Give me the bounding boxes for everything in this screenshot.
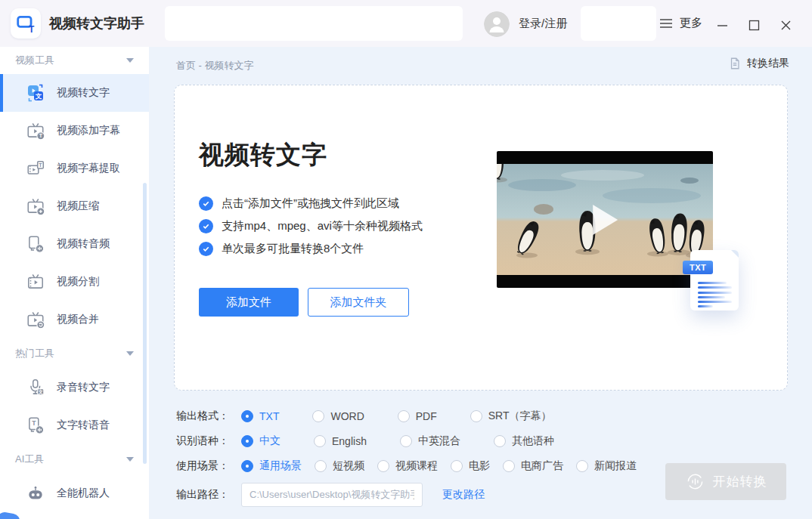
radio-label: 电影 [469,459,490,473]
radio-label: 通用场景 [259,459,302,473]
radio-icon [312,410,324,422]
sidebar-item-video-merge[interactable]: 视频合并 [0,301,149,338]
titlebar-panel-right [581,6,656,41]
radio-scene-movie[interactable]: 电影 [451,459,490,473]
video-merge-icon [26,310,45,329]
radio-lang-english[interactable]: English [314,435,367,447]
app-logo-icon: T [11,8,41,39]
output-format-row: 输出格式： TXT WORD PDF SRT（字幕） [176,408,649,425]
radio-scene-course[interactable]: 视频课程 [377,459,438,473]
radio-scene-ecommerce-ad[interactable]: 电商广告 [503,459,563,473]
radio-label: 电商广告 [521,459,563,473]
person-icon [484,11,510,37]
radio-icon [451,460,463,472]
file-drop-zone[interactable]: 视频转文字 点击“添加文件”或拖拽文件到此区域 支持mp4、mpeg、avi等十… [174,85,788,391]
radio-label: SRT（字幕） [488,409,552,423]
radio-format-txt[interactable]: TXT [241,410,279,422]
section-label: 视频工具 [15,54,54,67]
radio-lang-chinese[interactable]: 中文 [241,434,280,448]
radio-icon [503,460,515,472]
sidebar-item-video-to-text[interactable]: 文 视频转文字 [0,74,149,112]
sidebar-item-video-split[interactable]: 视频分割 [0,263,149,301]
sidebar-section-ai-tools[interactable]: AI工具 [0,444,149,474]
video-compress-icon [26,196,45,216]
maximize-button[interactable] [746,17,761,32]
bullet-text: 支持mp4、mpeg、avi等十余种视频格式 [222,219,423,233]
output-path-label: 输出路径： [176,488,241,502]
start-convert-button[interactable]: 开始转换 [665,463,786,500]
page-title: 视频转文字 [199,138,327,172]
radio-icon [315,460,327,472]
svg-text:T: T [39,162,42,168]
output-path-row: 输出路径： 更改路径 [176,483,649,507]
sidebar-item-label: 视频转文字 [57,86,110,100]
bullet-text: 单次最多可批量转换8个文件 [222,242,364,256]
sidebar-item-label: 视频添加字幕 [57,124,120,137]
chevron-down-icon [126,351,134,356]
txt-text-lines [698,282,732,310]
radio-icon [241,410,253,422]
sidebar-section-hot-tools[interactable]: 热门工具 [0,338,149,369]
radio-label: 短视频 [333,459,364,473]
radio-label: English [332,435,367,447]
svg-text:T: T [29,24,35,33]
radio-format-pdf[interactable]: PDF [398,410,437,422]
sidebar-item-video-to-audio[interactable]: 视频转音频 [0,225,149,263]
radio-format-srt[interactable]: SRT（字幕） [470,409,552,423]
sidebar-section-video-tools[interactable]: 视频工具 [0,47,149,74]
output-path-input[interactable] [241,483,423,507]
sidebar-scrollbar[interactable] [143,183,147,464]
sidebar-item-label: 录音转文字 [57,381,110,394]
radio-scene-short-video[interactable]: 短视频 [315,459,364,473]
change-path-link[interactable]: 更改路径 [442,488,485,502]
svg-text:文: 文 [36,92,42,100]
radio-icon [470,410,482,422]
document-icon [728,57,742,70]
play-button-icon[interactable] [593,205,618,235]
radio-label: WORD [330,410,364,422]
app-title: 视频转文字助手 [49,14,144,32]
video-add-subtitle-icon: T [26,121,45,141]
txt-output-card: TXT [690,250,739,310]
add-file-button[interactable]: 添加文件 [199,288,299,317]
video-preview-thumbnail[interactable] [497,151,713,288]
login-register-link[interactable]: 登录/注册 [519,17,567,31]
maximize-icon [748,19,761,32]
sidebar-item-label: 视频转音频 [57,237,110,251]
radio-scene-news[interactable]: 新闻报道 [576,459,637,473]
feature-bullet: 点击“添加文件”或拖拽文件到此区域 [199,196,399,211]
radio-format-word[interactable]: WORD [312,410,364,422]
radio-label: PDF [416,410,437,422]
add-folder-button[interactable]: 添加文件夹 [308,288,409,317]
section-label: 热门工具 [15,347,54,360]
conversion-results-link[interactable]: 转换结果 [728,57,789,70]
radio-scene-general[interactable]: 通用场景 [241,459,302,473]
radio-lang-other[interactable]: 其他语种 [494,434,554,448]
radio-label: TXT [259,410,279,422]
sidebar-item-label: 视频合并 [57,313,99,326]
radio-icon [576,460,588,472]
sidebar-item-video-subtitle-extract[interactable]: T 视频字幕提取 [0,150,149,187]
sidebar-item-ai-robot[interactable]: 全能机器人 [0,474,149,512]
radio-icon [314,435,326,447]
scene-label: 使用场景： [176,459,241,473]
output-format-label: 输出格式： [176,409,241,423]
radio-lang-mixed[interactable]: 中英混合 [400,434,460,448]
sidebar-item-video-add-subtitle[interactable]: T 视频添加字幕 [0,112,149,150]
sidebar-item-label: 视频分割 [57,275,99,289]
text-to-speech-icon: T [26,416,45,435]
sidebar: 视频工具 文 视频转文字 T 视频添加字幕 [0,47,150,519]
check-icon [199,219,213,233]
radio-icon [241,460,253,472]
sidebar-item-video-compress[interactable]: 视频压缩 [0,187,149,225]
close-button[interactable] [778,17,793,32]
svg-text:T: T [32,419,36,427]
minimize-button[interactable] [714,17,730,32]
more-menu-button[interactable]: 更多 [659,16,702,30]
sidebar-item-text-to-speech[interactable]: T 文字转语音 [0,406,149,444]
radio-icon [398,410,410,422]
breadcrumb[interactable]: 首页 - 视频转文字 [176,59,254,73]
minimize-icon [716,19,729,32]
sidebar-item-audio-to-text[interactable]: 文 录音转文字 [0,369,149,406]
avatar[interactable] [484,11,510,37]
